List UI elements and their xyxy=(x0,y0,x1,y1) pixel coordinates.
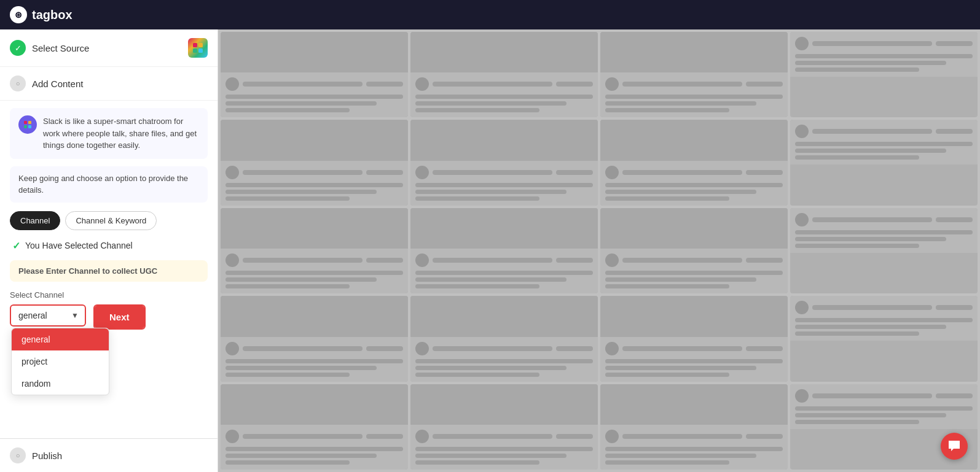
card-tag-line xyxy=(936,41,973,46)
card-tag-line xyxy=(936,393,973,398)
card-text-line xyxy=(605,183,783,187)
card-avatar xyxy=(225,77,239,91)
card-avatar-row xyxy=(605,430,783,443)
description-text: Slack is like a super-smart chatroom for… xyxy=(43,115,199,152)
card-tag-line xyxy=(746,434,783,439)
card-avatar-row xyxy=(225,342,403,355)
card-avatar xyxy=(795,37,809,50)
content-card xyxy=(790,296,978,381)
select-channel-label: Select Channel xyxy=(10,290,208,300)
channel-filter-btn[interactable]: Channel xyxy=(10,211,60,230)
card-text-line xyxy=(795,61,946,65)
card-avatar-row xyxy=(415,77,593,91)
card-name-line xyxy=(622,170,742,175)
filter-buttons: Channel Channel & Keyword xyxy=(10,211,208,230)
card-tag-line xyxy=(366,434,403,439)
channel-dropdown-wrapper[interactable]: general project random ▼ general project… xyxy=(10,304,86,327)
navbar: ⊛ tagbox xyxy=(0,0,980,29)
svg-point-5 xyxy=(22,119,33,130)
card-avatar xyxy=(795,301,809,314)
card-text-line xyxy=(415,277,566,282)
dropdown-menu: general project random xyxy=(11,328,109,395)
ugc-bold: Enter Channel xyxy=(46,266,100,276)
next-button[interactable]: Next xyxy=(95,306,144,328)
card-text-line xyxy=(415,271,593,275)
card-name-line xyxy=(812,129,932,134)
content-card xyxy=(221,208,408,293)
svg-rect-9 xyxy=(28,125,31,128)
card-text-line xyxy=(415,183,593,187)
sidebar-step-select-source: ✓ Select Source xyxy=(0,29,218,67)
card-avatar xyxy=(415,166,429,179)
card-text-line xyxy=(795,68,919,72)
card-tag-line xyxy=(746,170,783,175)
step2-label: Add Content xyxy=(32,79,83,89)
card-text-line xyxy=(795,230,973,234)
select-channel-section: Select Channel general project random ▼ … xyxy=(10,290,208,330)
card-text-lines xyxy=(225,95,403,112)
card-text-line xyxy=(225,373,350,377)
card-avatar xyxy=(415,77,429,91)
card-text-line xyxy=(605,373,729,377)
card-text-line xyxy=(605,454,756,458)
card-text-line xyxy=(795,237,946,241)
card-name-line xyxy=(622,434,742,439)
content-card xyxy=(410,384,598,470)
card-avatar-row xyxy=(415,342,593,355)
description-box: Slack is like a super-smart chatroom for… xyxy=(10,108,208,159)
card-text-line xyxy=(225,190,377,194)
card-text-line xyxy=(795,413,946,417)
content-area xyxy=(218,29,980,472)
ugc-info-text: Please Enter Channel to collect UGC xyxy=(18,266,157,276)
channel-dropdown[interactable]: general project random xyxy=(11,306,85,325)
card-avatar xyxy=(605,253,619,267)
card-text-lines xyxy=(605,183,783,201)
card-text-line xyxy=(415,108,539,112)
card-tag-line xyxy=(936,305,973,310)
card-text-line xyxy=(415,447,593,451)
card-avatar xyxy=(605,430,619,443)
card-name-line xyxy=(433,346,552,351)
card-avatar xyxy=(795,125,809,138)
card-avatar-row xyxy=(605,253,783,267)
chat-bubble-button[interactable] xyxy=(941,433,968,460)
sidebar-step-add-content: ○ Add Content xyxy=(0,67,218,101)
dropdown-item-random[interactable]: random xyxy=(12,373,109,395)
card-tag-line xyxy=(746,346,783,351)
card-text-lines xyxy=(225,359,403,377)
card-text-line xyxy=(225,366,377,370)
card-text-lines xyxy=(605,95,783,112)
dropdown-item-project[interactable]: project xyxy=(12,350,109,373)
card-tag-line xyxy=(936,129,973,134)
card-text-line xyxy=(225,95,403,99)
card-tag-line xyxy=(556,346,593,351)
card-name-line xyxy=(812,305,932,310)
slack-avatar xyxy=(18,115,37,134)
card-name-line xyxy=(243,434,363,439)
content-card xyxy=(790,120,978,205)
slack-icon xyxy=(188,38,208,58)
card-avatar-row xyxy=(795,125,973,138)
card-text-line xyxy=(225,460,350,465)
card-text-line xyxy=(605,196,729,201)
dropdown-item-general[interactable]: general xyxy=(12,328,109,350)
card-avatar xyxy=(225,430,239,443)
svg-rect-3 xyxy=(193,48,197,53)
instruction-text: Keep going and choose an option to provi… xyxy=(18,174,188,195)
card-avatar xyxy=(415,253,429,267)
card-avatar-row xyxy=(225,253,403,267)
card-avatar xyxy=(605,342,619,355)
content-card xyxy=(410,32,598,117)
card-name-line xyxy=(433,434,552,439)
card-text-line xyxy=(795,325,946,329)
card-name-line xyxy=(243,170,363,175)
card-tag-line xyxy=(746,258,783,263)
logo-icon: ⊛ xyxy=(10,6,27,23)
card-avatar xyxy=(795,389,809,403)
card-text-lines xyxy=(605,447,783,465)
card-name-line xyxy=(812,41,932,46)
main-layout: ✓ Select Source ○ Add Content xyxy=(0,29,980,472)
card-name-line xyxy=(812,393,932,398)
channel-keyword-filter-btn[interactable]: Channel & Keyword xyxy=(65,211,157,230)
card-avatar-row xyxy=(795,213,973,226)
